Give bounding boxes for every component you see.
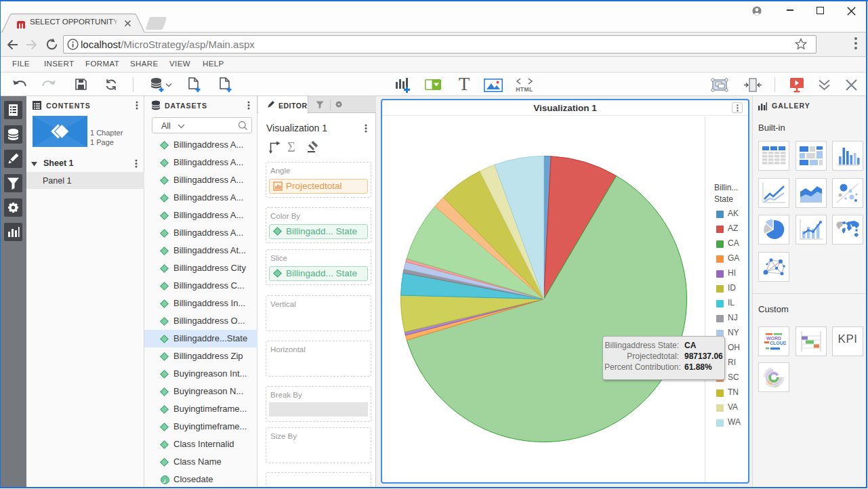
svg-text:WORD: WORD (766, 336, 781, 341)
svg-text:CLOUD: CLOUD (770, 341, 786, 345)
